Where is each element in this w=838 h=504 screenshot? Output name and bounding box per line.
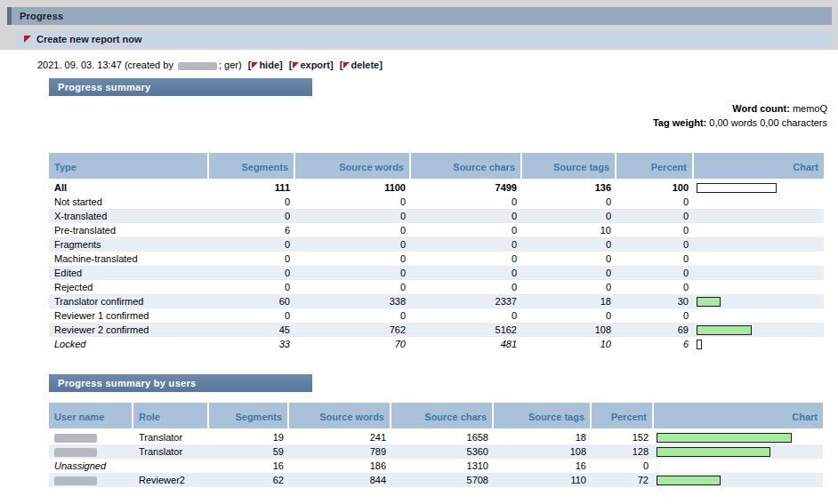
column-header-percent: Percent <box>616 153 694 180</box>
user-row: Translator597895360108128 <box>49 444 823 459</box>
column-header-source-tags: Source tags <box>522 153 616 180</box>
progress-bar-green <box>657 476 721 485</box>
segments-cell: 6 <box>209 223 295 237</box>
segments-cell: 16 <box>209 459 289 473</box>
progress-report-page: Progress Create new report now 2021. 09.… <box>0 0 838 504</box>
user-name-cell <box>49 430 133 444</box>
percent-cell: 6 <box>616 337 694 351</box>
source-tags-cell: 16 <box>494 459 592 473</box>
percent-cell: 0 <box>616 223 694 237</box>
red-triangle-icon <box>293 62 299 68</box>
segments-cell: 62 <box>209 473 289 487</box>
summary-row: Edited00000 <box>49 266 824 280</box>
top-strip: Progress Create new report now <box>0 0 838 47</box>
user-row: Reviewer262844570811072 <box>49 473 823 487</box>
segments-cell: 19 <box>209 430 289 444</box>
source-words-cell: 0 <box>295 308 411 323</box>
summary-row: Locked3370481106 <box>49 337 824 351</box>
source-chars-cell: 5708 <box>391 473 494 487</box>
red-flag-icon <box>24 36 31 43</box>
type-cell: Edited <box>49 266 209 280</box>
type-cell: Locked <box>49 337 209 351</box>
column-header-source-tags: Source tags <box>494 403 592 430</box>
type-cell: Not started <box>49 195 209 209</box>
user-name-cell: Unassigned <box>49 459 133 473</box>
source-tags-cell: 108 <box>522 323 616 337</box>
create-new-report-link[interactable]: Create new report now <box>16 30 832 47</box>
chart-cell <box>654 444 823 459</box>
delete-link[interactable]: [delete] <box>340 60 383 70</box>
chart-cell <box>694 252 824 266</box>
summary-row: Pre-translated600100 <box>49 223 824 237</box>
source-tags-cell: 0 <box>522 280 616 294</box>
percent-cell: 152 <box>592 430 654 444</box>
column-header-type: Type <box>49 153 209 180</box>
progress-bar-green <box>657 433 792 443</box>
segments-cell: 0 <box>209 308 295 323</box>
type-cell: Machine-translated <box>49 252 209 266</box>
summary-row: Translator confirmed6033823371830 <box>49 294 824 308</box>
summary-header-row: TypeSegmentsSource wordsSource charsSour… <box>49 153 824 180</box>
source-tags-cell: 18 <box>522 294 616 308</box>
source-tags-cell: 0 <box>522 308 616 323</box>
type-cell: Reviewer 1 confirmed <box>49 308 209 323</box>
type-cell: All <box>49 180 209 195</box>
section-header-progress-by-users: Progress summary by users <box>49 374 312 392</box>
create-new-report-label: Create new report now <box>36 34 142 44</box>
chart-cell <box>694 237 824 252</box>
source-words-cell: 0 <box>295 237 411 252</box>
hide-link[interactable]: [hide] <box>248 60 283 70</box>
tag-weight-label: Tag weight: <box>653 117 706 128</box>
summary-row: Machine-translated00000 <box>49 252 824 266</box>
summary-row: Reviewer 2 confirmed45762516210869 <box>49 323 824 337</box>
chart-cell <box>694 195 824 209</box>
source-tags-cell: 136 <box>522 180 616 195</box>
chart-cell <box>694 209 824 223</box>
percent-cell: 0 <box>616 308 694 323</box>
column-header-percent: Percent <box>592 403 654 430</box>
tag-weight-line: Tag weight: 0,00 words 0,00 characters <box>0 116 827 130</box>
column-header-segments: Segments <box>209 403 289 430</box>
red-triangle-icon <box>252 62 258 68</box>
summary-row: Not started00000 <box>49 195 824 209</box>
export-link[interactable]: [export] <box>289 60 334 70</box>
chart-cell <box>654 459 823 473</box>
column-header-chart: Chart <box>654 403 823 430</box>
source-chars-cell: 0 <box>411 266 522 280</box>
source-chars-cell: 7499 <box>411 180 522 195</box>
redacted-user-name <box>54 448 97 457</box>
chart-cell <box>694 266 824 280</box>
source-tags-cell: 10 <box>522 337 616 351</box>
redacted-user-name <box>54 434 97 443</box>
source-words-cell: 0 <box>295 223 411 237</box>
column-header-source-chars: Source chars <box>411 153 522 180</box>
report-date: 2021. 09. 03. 13:47 <box>37 60 122 70</box>
summary-row: All11111007499136100 <box>49 180 824 195</box>
users-table: User nameRoleSegmentsSource wordsSource … <box>49 403 823 487</box>
source-words-cell: 0 <box>295 209 411 223</box>
role-cell: Translator <box>133 430 209 444</box>
segments-cell: 33 <box>209 337 295 351</box>
source-words-cell: 0 <box>295 252 411 266</box>
percent-cell: 0 <box>616 280 694 294</box>
type-cell: Pre-translated <box>49 223 209 237</box>
redacted-user-name <box>54 476 97 485</box>
users-header-row: User nameRoleSegmentsSource wordsSource … <box>49 403 823 430</box>
source-tags-cell: 10 <box>522 223 616 237</box>
segments-cell: 0 <box>209 280 295 294</box>
source-chars-cell: 1658 <box>391 430 494 444</box>
type-cell: Translator confirmed <box>49 294 209 308</box>
chart-cell <box>654 473 823 487</box>
progress-bar-green <box>657 447 770 457</box>
column-header-source-words: Source words <box>295 153 411 180</box>
segments-cell: 0 <box>209 209 295 223</box>
source-words-cell: 338 <box>295 294 411 308</box>
source-tags-cell: 0 <box>522 237 616 252</box>
column-header-user-name: User name <box>49 403 133 430</box>
user-name-cell <box>49 473 133 487</box>
source-words-cell: 0 <box>295 195 411 209</box>
created-by-suffix: ; ger) <box>219 60 242 70</box>
role-cell: Translator <box>133 444 209 459</box>
source-words-cell: 789 <box>289 444 391 459</box>
source-words-cell: 762 <box>295 323 411 337</box>
